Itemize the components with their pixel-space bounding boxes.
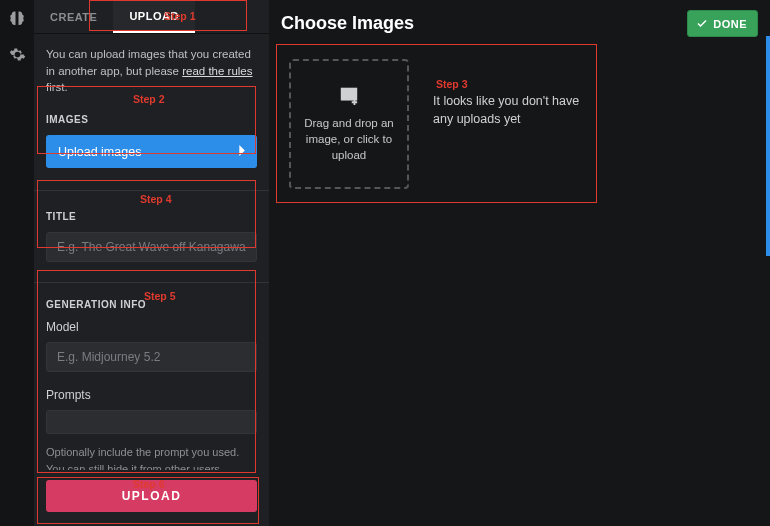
done-button[interactable]: DONE: [687, 10, 758, 37]
prompts-helper: Optionally include the prompt you used. …: [46, 444, 257, 470]
generation-header: GENERATION INFO: [46, 299, 257, 310]
generation-section: GENERATION INFO Model Prompts Optionally…: [46, 299, 257, 470]
dropzone[interactable]: Drag and drop an image, or click to uplo…: [289, 59, 409, 189]
images-header: IMAGES: [46, 114, 257, 125]
upload-images-label: Upload images: [58, 145, 141, 159]
left-rail: [0, 0, 34, 526]
check-icon: [696, 17, 708, 31]
tab-upload[interactable]: UPLOAD: [113, 0, 194, 33]
sidebar: CREATE UPLOAD You can upload images that…: [34, 0, 269, 526]
brain-icon[interactable]: [8, 10, 26, 32]
main-panel: Choose Images DONE Drag and drop an imag…: [269, 0, 770, 526]
chevron-right-icon: [238, 145, 245, 159]
title-input[interactable]: [46, 232, 257, 262]
prompts-label: Prompts: [46, 388, 257, 402]
tab-bar: CREATE UPLOAD: [34, 0, 269, 34]
images-section: IMAGES Upload images: [46, 114, 257, 191]
image-add-icon: [338, 85, 360, 109]
divider: [34, 282, 269, 283]
upload-area: Drag and drop an image, or click to uplo…: [281, 55, 758, 201]
divider: [34, 190, 269, 191]
model-input[interactable]: [46, 342, 257, 372]
prompts-input[interactable]: [46, 410, 257, 434]
model-label: Model: [46, 320, 257, 334]
dropzone-text: Drag and drop an image, or click to uplo…: [299, 115, 399, 163]
title-section: TITLE: [46, 211, 257, 262]
submit-bar: UPLOAD: [34, 470, 269, 526]
page-title: Choose Images: [281, 13, 414, 34]
upload-images-button[interactable]: Upload images: [46, 135, 257, 168]
title-header: TITLE: [46, 211, 257, 222]
rules-link[interactable]: read the rules: [182, 65, 252, 77]
intro-post: first.: [46, 81, 68, 93]
done-label: DONE: [713, 18, 747, 30]
empty-state-text: It looks like you don't have any uploads…: [433, 59, 583, 189]
tab-create[interactable]: CREATE: [34, 0, 113, 33]
right-edge-accent: [766, 36, 770, 256]
main-header: Choose Images DONE: [281, 10, 758, 37]
sidebar-scroll: You can upload images that you created i…: [34, 34, 269, 470]
intro-text: You can upload images that you created i…: [46, 46, 257, 96]
gear-icon[interactable]: [9, 46, 26, 67]
app-root: CREATE UPLOAD You can upload images that…: [0, 0, 770, 526]
submit-upload-button[interactable]: UPLOAD: [46, 480, 257, 512]
